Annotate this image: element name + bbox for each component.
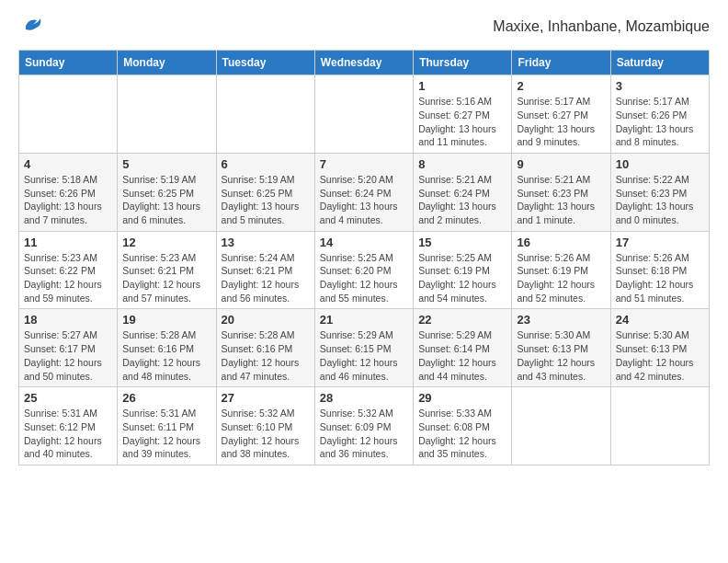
- day-info: Sunrise: 5:22 AMSunset: 6:23 PMDaylight:…: [616, 173, 704, 227]
- day-info: Sunrise: 5:28 AMSunset: 6:16 PMDaylight:…: [122, 328, 210, 383]
- day-number: 25: [24, 391, 112, 405]
- calendar-week-row: 18Sunrise: 5:27 AMSunset: 6:17 PMDayligh…: [19, 309, 710, 387]
- day-number: 28: [320, 391, 408, 405]
- calendar-day-cell: 25Sunrise: 5:31 AMSunset: 6:12 PMDayligh…: [19, 387, 118, 465]
- calendar-day-cell: 26Sunrise: 5:31 AMSunset: 6:11 PMDayligh…: [118, 387, 216, 465]
- page-header: Maxixe, Inhanbane, Mozambique: [18, 18, 710, 40]
- calendar-day-cell: 28Sunrise: 5:32 AMSunset: 6:09 PMDayligh…: [314, 387, 413, 465]
- day-info: Sunrise: 5:19 AMSunset: 6:25 PMDaylight:…: [122, 173, 210, 227]
- calendar-day-cell: [216, 75, 314, 154]
- weekday-header-monday: Monday: [118, 51, 216, 75]
- day-number: 24: [616, 313, 704, 327]
- calendar-table: SundayMondayTuesdayWednesdayThursdayFrid…: [18, 50, 710, 465]
- day-number: 22: [418, 313, 506, 327]
- calendar-day-cell: 24Sunrise: 5:30 AMSunset: 6:13 PMDayligh…: [610, 309, 709, 387]
- calendar-day-cell: [118, 75, 216, 154]
- weekday-header-sunday: Sunday: [19, 51, 118, 75]
- weekday-header-thursday: Thursday: [414, 51, 512, 75]
- day-number: 17: [616, 236, 704, 249]
- calendar-week-row: 25Sunrise: 5:31 AMSunset: 6:12 PMDayligh…: [19, 387, 710, 465]
- day-info: Sunrise: 5:29 AMSunset: 6:15 PMDaylight:…: [320, 328, 408, 383]
- calendar-day-cell: 6Sunrise: 5:19 AMSunset: 6:25 PMDaylight…: [216, 153, 314, 231]
- day-number: 12: [122, 236, 210, 249]
- day-number: 16: [517, 236, 605, 249]
- day-info: Sunrise: 5:18 AMSunset: 6:26 PMDaylight:…: [24, 173, 112, 227]
- day-info: Sunrise: 5:28 AMSunset: 6:16 PMDaylight:…: [222, 328, 310, 383]
- calendar-day-cell: 9Sunrise: 5:21 AMSunset: 6:23 PMDaylight…: [512, 153, 610, 231]
- calendar-day-cell: 10Sunrise: 5:22 AMSunset: 6:23 PMDayligh…: [610, 153, 709, 231]
- day-info: Sunrise: 5:30 AMSunset: 6:13 PMDaylight:…: [616, 328, 704, 383]
- calendar-day-cell: 18Sunrise: 5:27 AMSunset: 6:17 PMDayligh…: [19, 309, 118, 387]
- calendar-day-cell: 11Sunrise: 5:23 AMSunset: 6:22 PMDayligh…: [19, 231, 118, 309]
- day-info: Sunrise: 5:27 AMSunset: 6:17 PMDaylight:…: [24, 328, 112, 383]
- day-number: 27: [222, 391, 310, 405]
- calendar-week-row: 1Sunrise: 5:16 AMSunset: 6:27 PMDaylight…: [19, 75, 710, 154]
- calendar-day-cell: 14Sunrise: 5:25 AMSunset: 6:20 PMDayligh…: [314, 231, 413, 309]
- calendar-day-cell: 13Sunrise: 5:24 AMSunset: 6:21 PMDayligh…: [216, 231, 314, 309]
- day-number: 2: [517, 79, 605, 93]
- logo-bird-icon: [22, 17, 42, 33]
- day-number: 20: [222, 313, 310, 327]
- day-number: 21: [320, 313, 408, 327]
- location: Maxixe, Inhanbane, Mozambique: [493, 18, 710, 35]
- calendar-day-cell: [314, 75, 413, 154]
- day-number: 19: [122, 313, 210, 327]
- calendar-day-cell: 21Sunrise: 5:29 AMSunset: 6:15 PMDayligh…: [314, 309, 413, 387]
- calendar-day-cell: 29Sunrise: 5:33 AMSunset: 6:08 PMDayligh…: [414, 387, 512, 465]
- calendar-day-cell: 3Sunrise: 5:17 AMSunset: 6:26 PMDaylight…: [610, 75, 709, 154]
- day-number: 8: [418, 157, 506, 171]
- day-number: 13: [222, 236, 310, 249]
- day-number: 26: [122, 391, 210, 405]
- calendar-day-cell: 15Sunrise: 5:25 AMSunset: 6:19 PMDayligh…: [414, 231, 512, 309]
- calendar-day-cell: 12Sunrise: 5:23 AMSunset: 6:21 PMDayligh…: [118, 231, 216, 309]
- day-info: Sunrise: 5:21 AMSunset: 6:24 PMDaylight:…: [418, 173, 506, 227]
- day-info: Sunrise: 5:32 AMSunset: 6:09 PMDaylight:…: [320, 407, 408, 461]
- calendar-day-cell: 2Sunrise: 5:17 AMSunset: 6:27 PMDaylight…: [512, 75, 610, 154]
- day-number: 11: [24, 236, 112, 249]
- day-number: 23: [517, 313, 605, 327]
- day-info: Sunrise: 5:32 AMSunset: 6:10 PMDaylight:…: [222, 407, 310, 461]
- calendar-header-row: SundayMondayTuesdayWednesdayThursdayFrid…: [19, 51, 710, 75]
- calendar-day-cell: 16Sunrise: 5:26 AMSunset: 6:19 PMDayligh…: [512, 231, 610, 309]
- day-info: Sunrise: 5:29 AMSunset: 6:14 PMDaylight:…: [418, 328, 506, 383]
- calendar-week-row: 4Sunrise: 5:18 AMSunset: 6:26 PMDaylight…: [19, 153, 710, 231]
- day-number: 9: [517, 157, 605, 171]
- weekday-header-friday: Friday: [512, 51, 610, 75]
- day-info: Sunrise: 5:19 AMSunset: 6:25 PMDaylight:…: [222, 173, 310, 227]
- day-info: Sunrise: 5:23 AMSunset: 6:22 PMDaylight:…: [24, 251, 112, 305]
- day-number: 14: [320, 236, 408, 249]
- day-info: Sunrise: 5:31 AMSunset: 6:12 PMDaylight:…: [24, 407, 112, 461]
- calendar-day-cell: 7Sunrise: 5:20 AMSunset: 6:24 PMDaylight…: [314, 153, 413, 231]
- weekday-header-tuesday: Tuesday: [216, 51, 314, 75]
- calendar-day-cell: 19Sunrise: 5:28 AMSunset: 6:16 PMDayligh…: [118, 309, 216, 387]
- day-info: Sunrise: 5:17 AMSunset: 6:27 PMDaylight:…: [517, 95, 605, 149]
- calendar-day-cell: [610, 387, 709, 465]
- weekday-header-wednesday: Wednesday: [314, 51, 413, 75]
- calendar-day-cell: [512, 387, 610, 465]
- calendar-day-cell: 23Sunrise: 5:30 AMSunset: 6:13 PMDayligh…: [512, 309, 610, 387]
- day-info: Sunrise: 5:33 AMSunset: 6:08 PMDaylight:…: [418, 407, 506, 461]
- calendar-week-row: 11Sunrise: 5:23 AMSunset: 6:22 PMDayligh…: [19, 231, 710, 309]
- calendar-day-cell: 27Sunrise: 5:32 AMSunset: 6:10 PMDayligh…: [216, 387, 314, 465]
- day-info: Sunrise: 5:24 AMSunset: 6:21 PMDaylight:…: [222, 251, 310, 305]
- day-info: Sunrise: 5:21 AMSunset: 6:23 PMDaylight:…: [517, 173, 605, 227]
- day-number: 4: [24, 157, 112, 171]
- day-number: 10: [616, 157, 704, 171]
- day-info: Sunrise: 5:26 AMSunset: 6:19 PMDaylight:…: [517, 251, 605, 305]
- calendar-day-cell: [19, 75, 118, 154]
- day-number: 5: [122, 157, 210, 171]
- day-info: Sunrise: 5:16 AMSunset: 6:27 PMDaylight:…: [418, 95, 506, 149]
- day-info: Sunrise: 5:31 AMSunset: 6:11 PMDaylight:…: [122, 407, 210, 461]
- calendar-day-cell: 4Sunrise: 5:18 AMSunset: 6:26 PMDaylight…: [19, 153, 118, 231]
- day-number: 15: [418, 236, 506, 249]
- day-info: Sunrise: 5:25 AMSunset: 6:19 PMDaylight:…: [418, 251, 506, 305]
- day-info: Sunrise: 5:25 AMSunset: 6:20 PMDaylight:…: [320, 251, 408, 305]
- calendar-day-cell: 22Sunrise: 5:29 AMSunset: 6:14 PMDayligh…: [414, 309, 512, 387]
- day-number: 3: [616, 79, 704, 93]
- logo: [18, 18, 42, 40]
- weekday-header-saturday: Saturday: [610, 51, 709, 75]
- calendar-day-cell: 20Sunrise: 5:28 AMSunset: 6:16 PMDayligh…: [216, 309, 314, 387]
- day-number: 7: [320, 157, 408, 171]
- calendar-day-cell: 1Sunrise: 5:16 AMSunset: 6:27 PMDaylight…: [414, 75, 512, 154]
- day-info: Sunrise: 5:26 AMSunset: 6:18 PMDaylight:…: [616, 251, 704, 305]
